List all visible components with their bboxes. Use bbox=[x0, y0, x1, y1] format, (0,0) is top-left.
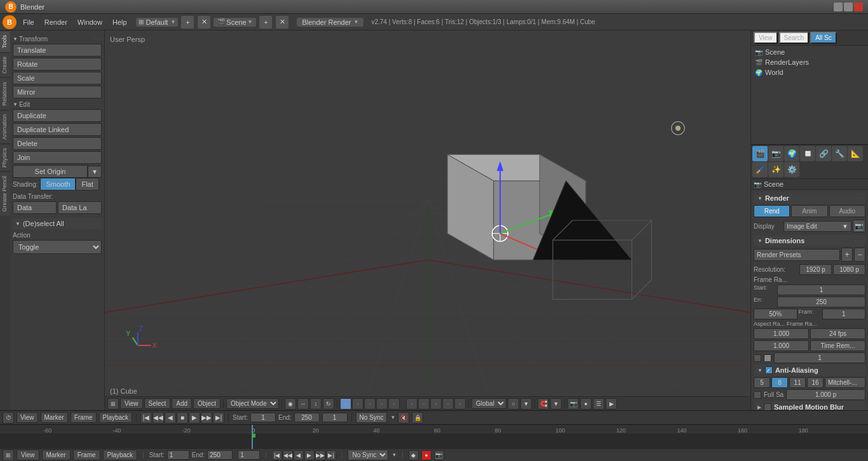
layer-6[interactable]: · bbox=[406, 398, 417, 410]
full-sample-value[interactable]: 1.000 p bbox=[786, 389, 865, 400]
play-btn[interactable]: ▶ bbox=[189, 412, 200, 424]
camera-display-icon[interactable]: 📷 bbox=[853, 220, 865, 232]
layer-3[interactable]: · bbox=[364, 398, 376, 410]
layer-10[interactable]: · bbox=[454, 398, 466, 410]
aa-5[interactable]: 5 bbox=[754, 377, 770, 388]
transform-manipulator-3[interactable]: ↻ bbox=[323, 398, 334, 410]
bottom-marker-btn[interactable]: Marker bbox=[42, 450, 71, 460]
render-presets-button[interactable]: Render Presets bbox=[754, 249, 840, 261]
start-field[interactable] bbox=[250, 413, 276, 422]
menu-file[interactable]: File bbox=[19, 17, 38, 27]
constraints-icon[interactable]: 🔗 bbox=[816, 146, 831, 161]
end-field[interactable] bbox=[294, 413, 320, 422]
no-sync-status[interactable]: No Sync bbox=[348, 450, 388, 460]
status-jump-start[interactable]: |◀ bbox=[272, 450, 282, 460]
bottom-frame-btn[interactable]: Frame bbox=[73, 450, 100, 460]
frame-step-value[interactable]: 1 bbox=[774, 352, 865, 363]
select-menu[interactable]: Select bbox=[144, 398, 171, 409]
menu-help[interactable]: Help bbox=[109, 17, 131, 27]
outliner-view-tab[interactable]: View bbox=[754, 32, 778, 44]
layer-8[interactable]: · bbox=[430, 398, 442, 410]
remove-screen-button[interactable]: ✕ bbox=[198, 16, 210, 29]
transform-manipulator-2[interactable]: ↕ bbox=[310, 398, 322, 410]
sidebar-tab-relations[interactable]: Relations bbox=[0, 77, 10, 110]
play-back-btn[interactable]: ◀ bbox=[165, 412, 176, 424]
jump-end-btn[interactable]: ▶| bbox=[213, 412, 224, 424]
bottom-view-btn[interactable]: View bbox=[17, 450, 39, 460]
join-button[interactable]: Join bbox=[13, 151, 102, 164]
snap-icon[interactable]: 🧲 bbox=[538, 398, 549, 410]
translate-button[interactable]: Translate bbox=[13, 44, 102, 57]
close-button[interactable] bbox=[854, 3, 863, 11]
sidebar-tab-animation[interactable]: Animation bbox=[0, 110, 10, 144]
add-menu[interactable]: Add bbox=[172, 398, 192, 409]
render-tab-audio[interactable]: Audio bbox=[829, 205, 865, 217]
record-icon[interactable]: ● bbox=[421, 450, 431, 460]
proportional-edit[interactable]: ○ bbox=[508, 398, 519, 410]
layer-9[interactable]: · bbox=[442, 398, 454, 410]
render-engine-selector[interactable]: Blender Render ▼ bbox=[297, 18, 363, 27]
delete-button[interactable]: Delete bbox=[13, 137, 102, 150]
mode-select[interactable]: Object Mode bbox=[226, 398, 279, 409]
remove-scene-button[interactable]: ✕ bbox=[276, 16, 288, 29]
prev-frame-btn[interactable]: ◀◀ bbox=[153, 412, 164, 424]
layer-2[interactable]: · bbox=[352, 398, 363, 410]
maximize-button[interactable] bbox=[844, 3, 853, 11]
aa-11[interactable]: 11 bbox=[789, 377, 806, 388]
object-menu[interactable]: Object bbox=[193, 398, 220, 409]
particles-icon[interactable]: ⚙️ bbox=[784, 162, 799, 177]
resolution-y-value[interactable]: 1080 p bbox=[833, 264, 865, 275]
timeline-frame-btn[interactable]: Frame bbox=[71, 412, 97, 423]
status-prev-frame[interactable]: ◀ bbox=[294, 450, 304, 460]
layer-4[interactable]: · bbox=[376, 398, 388, 410]
render-presets-remove[interactable]: − bbox=[854, 248, 865, 262]
outliner-renderlayers[interactable]: 🎬 RenderLayers bbox=[752, 57, 867, 67]
check1[interactable] bbox=[754, 354, 761, 362]
shading-icon[interactable]: ● bbox=[580, 398, 592, 410]
outliner-search-tab[interactable]: Search bbox=[779, 32, 810, 44]
keyframe-icon[interactable]: ◆ bbox=[409, 450, 419, 460]
scale-button[interactable]: Scale bbox=[13, 72, 102, 84]
data-button[interactable]: Data bbox=[13, 201, 57, 214]
scene-selector[interactable]: 🎬 Scene ▼ bbox=[214, 18, 256, 27]
modifiers-icon[interactable]: 🔧 bbox=[832, 146, 847, 161]
scene-prop-icon[interactable]: 📷 bbox=[768, 146, 783, 161]
layer-5[interactable]: · bbox=[388, 398, 400, 410]
frame-end-value[interactable]: 250 bbox=[777, 297, 865, 307]
add-scene-button[interactable]: + bbox=[259, 16, 272, 29]
frame-curr-value[interactable]: 1 bbox=[822, 309, 866, 319]
flat-button[interactable]: Flat bbox=[76, 178, 98, 190]
frame-start-value[interactable]: 1 bbox=[777, 284, 865, 295]
snap-align[interactable]: ▼ bbox=[550, 398, 562, 410]
layer-7[interactable]: · bbox=[418, 398, 430, 410]
aspect-y-value[interactable]: 1.000 bbox=[754, 340, 809, 351]
mirror-button[interactable]: Mirror bbox=[13, 86, 102, 98]
material-icon[interactable]: 🖌️ bbox=[752, 162, 768, 177]
duplicate-button[interactable]: Duplicate bbox=[13, 109, 102, 122]
set-origin-arrow[interactable]: ▼ bbox=[88, 166, 102, 178]
action-select[interactable]: Toggle Select Deselect bbox=[13, 240, 102, 254]
audio-mute[interactable]: 🔇 bbox=[398, 412, 409, 424]
resolution-pct[interactable]: 50% bbox=[754, 309, 797, 319]
outliner-scene-tab[interactable]: All Sc bbox=[810, 32, 837, 44]
pivot-icon[interactable]: ◉ bbox=[285, 398, 296, 410]
render-icon[interactable]: ▶ bbox=[606, 398, 617, 410]
set-origin-button[interactable]: Set Origin bbox=[13, 165, 88, 178]
aa-checkbox[interactable]: ✓ bbox=[765, 366, 773, 374]
global-local-select[interactable]: Global bbox=[471, 398, 506, 409]
timeline-marker-btn[interactable]: Marker bbox=[41, 412, 68, 423]
resolution-x-value[interactable]: 1920 p bbox=[799, 264, 832, 275]
duplicate-linked-button[interactable]: Duplicate Linked bbox=[13, 123, 102, 136]
sidebar-tab-grease-pencil[interactable]: Grease Pencil bbox=[0, 171, 10, 216]
current-frame-field[interactable] bbox=[322, 413, 348, 422]
data-prop-icon[interactable]: 📐 bbox=[848, 146, 863, 161]
render-section-header[interactable]: ▼ Render · · · bbox=[754, 192, 865, 204]
sidebar-tab-physics[interactable]: Physics bbox=[0, 144, 10, 171]
no-sync-button[interactable]: No Sync bbox=[356, 412, 388, 423]
deselect-header[interactable]: ▼ (De)select All · · · bbox=[13, 218, 102, 229]
render-prop-icon[interactable]: 🎬 bbox=[752, 146, 768, 161]
render-tab-rend[interactable]: Rend bbox=[754, 205, 790, 217]
aa-filter[interactable]: Mitchell-... bbox=[825, 377, 865, 388]
jump-start-btn[interactable]: |◀ bbox=[140, 412, 152, 424]
aa-section-header[interactable]: ▼ ✓ Anti-Aliasing · · · bbox=[754, 364, 865, 376]
